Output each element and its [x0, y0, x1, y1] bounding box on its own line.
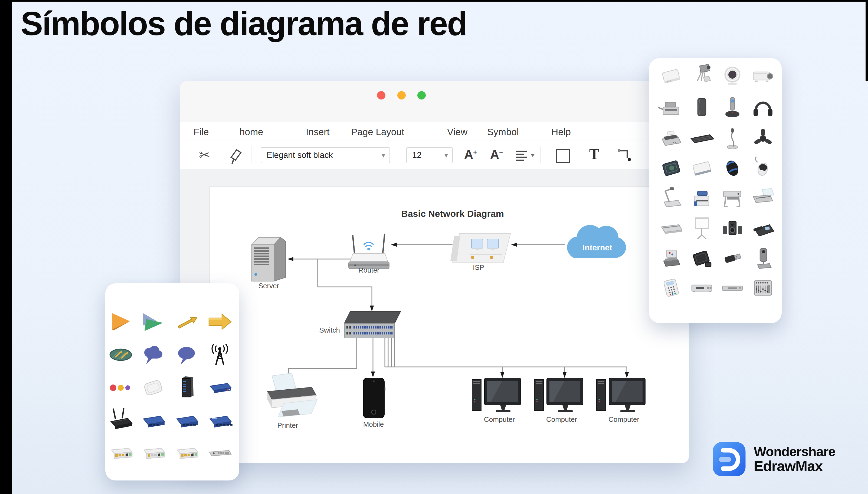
right-edge-bar: [866, 0, 868, 81]
symbol-dvd-player[interactable]: [722, 286, 742, 290]
minimize-button[interactable]: [397, 91, 406, 99]
toolbar-divider: [540, 146, 541, 163]
font-family-select[interactable]: Elegant soft black ▾: [261, 147, 390, 163]
symbol-pos-terminal[interactable]: [664, 250, 680, 266]
symbol-access-point[interactable]: [662, 69, 680, 83]
symbol-audio-mixer[interactable]: [755, 281, 771, 295]
symbol-graphics-tablet[interactable]: [662, 160, 680, 176]
font-size-value: 12: [407, 150, 445, 160]
symbol-multifunction-printer[interactable]: [694, 191, 709, 206]
symbol-modem-gateway-c[interactable]: [177, 448, 198, 459]
network-diagram[interactable]: Server Router ISP Internet Switch Printe…: [209, 187, 689, 463]
symbol-server-tower[interactable]: [182, 376, 194, 397]
diagram-node-mobile[interactable]: Mobile: [363, 378, 385, 428]
symbol-mouse[interactable]: [755, 157, 768, 176]
symbol-flatbed-scanner[interactable]: [662, 225, 682, 234]
diagram-node-isp[interactable]: ISP: [450, 234, 510, 271]
diagram-node-printer[interactable]: Printer: [267, 373, 317, 430]
node-label: Computer: [484, 415, 515, 423]
symbol-cloud-bubble[interactable]: [144, 346, 162, 364]
menu-item-insert[interactable]: Insert: [306, 127, 330, 137]
menu-item-help[interactable]: Help: [551, 127, 571, 137]
decrease-font-icon[interactable]: A−: [490, 147, 503, 162]
symbol-document-camera[interactable]: [664, 187, 681, 207]
symbol-desk-microphone[interactable]: [727, 128, 738, 149]
symbol-keyboard[interactable]: [691, 135, 714, 143]
symbol-plotter[interactable]: [723, 191, 741, 206]
maximize-button[interactable]: [417, 91, 426, 99]
symbol-camcorder[interactable]: [698, 64, 710, 82]
symbol-cordless-phone[interactable]: [725, 97, 739, 117]
top-edge-bar: [0, 0, 868, 2]
symbol-blue-router[interactable]: [143, 416, 165, 428]
node-label: Printer: [277, 421, 298, 430]
symbol-security-camera[interactable]: [758, 248, 771, 268]
symbol-indicator-dots[interactable]: [110, 384, 130, 391]
symbol-external-hard-drive[interactable]: [698, 98, 706, 116]
diagram-node-internet[interactable]: Internet: [567, 225, 626, 258]
node-label: Computer: [609, 415, 639, 423]
symbol-projection-screen[interactable]: [695, 217, 709, 239]
symbol-conference-phone[interactable]: [754, 129, 772, 145]
symbol-white-cushion-hub[interactable]: [144, 380, 163, 396]
symbol-radio-tower[interactable]: [212, 344, 227, 364]
symbol-blue-switch[interactable]: [210, 416, 233, 428]
symbol-copier[interactable]: [659, 102, 679, 115]
symbol-speaker-system[interactable]: [723, 222, 742, 234]
diagram-node-server[interactable]: Server: [252, 238, 286, 290]
symbol-flat-blue-switch[interactable]: [210, 383, 231, 393]
toolbar: ✂ Elegant soft black ▾ 12 ▾ A+ A− T: [180, 141, 689, 170]
symbol-webcam[interactable]: [725, 67, 740, 85]
align-icon[interactable]: [515, 150, 537, 162]
menu-item-home[interactable]: home: [239, 127, 263, 137]
close-button[interactable]: [377, 91, 385, 99]
symbol-projector[interactable]: [753, 72, 773, 82]
symbol-block-gold-arrow[interactable]: [209, 314, 231, 329]
diagram-node-computer3[interactable]: Computer: [597, 378, 645, 423]
page-title: Símbolos de diagrama de red: [21, 4, 467, 43]
connector-tool-icon[interactable]: [616, 148, 635, 163]
format-painter-icon[interactable]: [227, 148, 246, 165]
diagram-node-router[interactable]: Router: [349, 234, 389, 274]
cut-icon[interactable]: ✂: [199, 147, 210, 163]
rectangle-shape-icon[interactable]: [556, 149, 570, 163]
symbol-network-disc[interactable]: [110, 349, 131, 360]
text-tool-icon[interactable]: T: [589, 146, 599, 163]
increase-font-icon[interactable]: A+: [464, 147, 477, 162]
symbol-wireless-mouse[interactable]: [724, 159, 740, 178]
diagram-node-switch[interactable]: Switch: [319, 311, 401, 338]
diagram-node-computer2[interactable]: Computer: [534, 378, 583, 423]
symbol-modem-gateway-a[interactable]: [111, 448, 132, 459]
symbol-headphones[interactable]: [754, 103, 773, 116]
menu-bar: FilehomeInsertPage LayoutViewSymbolHelp: [180, 122, 689, 141]
symbol-speech-bubble[interactable]: [178, 347, 195, 364]
symbol-blue-router-ports[interactable]: [177, 416, 198, 428]
brand-product: EdrawMax: [754, 459, 835, 473]
menu-item-view[interactable]: View: [447, 127, 467, 137]
diagram-node-computer1[interactable]: Computer: [472, 378, 521, 423]
font-size-select[interactable]: 12 ▾: [406, 147, 453, 163]
chevron-down-icon: ▾: [382, 151, 390, 159]
diagram-title: Basic Network Diagram: [401, 208, 504, 219]
symbol-scanner[interactable]: [753, 188, 774, 203]
left-edge-bar: [0, 0, 12, 494]
menu-item-symbol[interactable]: Symbol: [487, 127, 519, 137]
symbol-usb-flash-drive[interactable]: [724, 253, 741, 263]
symbol-play-arrow[interactable]: [112, 313, 130, 330]
node-label: Computer: [546, 415, 577, 423]
toolbar-divider: [251, 146, 251, 163]
symbol-portable-hard-drive[interactable]: [693, 162, 711, 175]
symbol-modem-gateway-b[interactable]: [144, 448, 165, 459]
node-label: Internet: [582, 243, 612, 252]
symbol-card-payment-terminal[interactable]: [663, 279, 679, 297]
symbol-wireless-router[interactable]: [111, 408, 132, 429]
menu-item-file[interactable]: File: [194, 127, 209, 137]
symbol-thin-gold-arrow[interactable]: [177, 315, 198, 330]
symbol-av-receiver[interactable]: [692, 285, 712, 292]
menu-item-page-layout[interactable]: Page Layout: [351, 127, 404, 137]
symbol-fax-machine[interactable]: [662, 131, 681, 146]
symbol-desk-phone[interactable]: [753, 225, 774, 236]
symbol-rack-unit[interactable]: [210, 451, 231, 456]
symbol-merge-arrow[interactable]: [143, 313, 163, 331]
symbol-tablet-with-card[interactable]: [693, 251, 711, 267]
